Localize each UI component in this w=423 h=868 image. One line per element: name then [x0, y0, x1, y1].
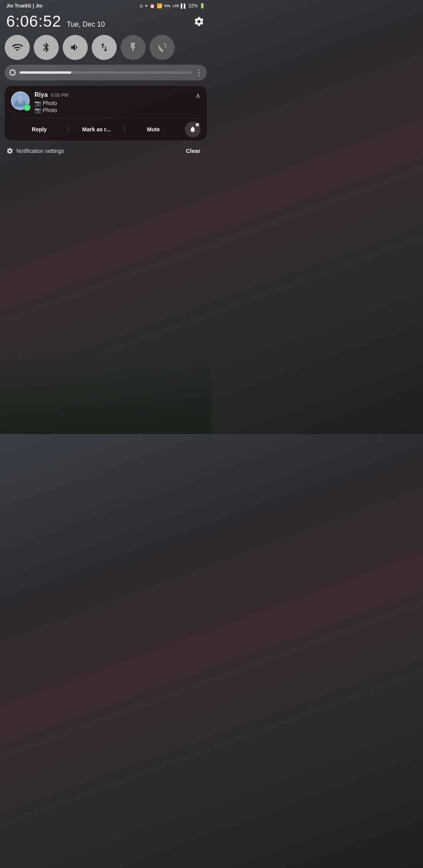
- battery-text: 32%: [188, 3, 198, 9]
- quick-toggles: [0, 35, 212, 65]
- notification-time: 6:06 PM: [51, 93, 69, 98]
- collapse-button[interactable]: ∧: [195, 91, 201, 100]
- notification-header: Riya 6:06 PM 📷 Photo 📷 Photo ∧: [11, 91, 201, 114]
- signal-icon: ▌▌: [181, 4, 187, 8]
- camera-icon-1: 📷: [34, 100, 41, 106]
- brightness-fill: [20, 71, 71, 74]
- battery-icon: 🔋: [199, 3, 205, 9]
- mark-read-button[interactable]: Mark as r...: [68, 121, 125, 138]
- location-icon: ⊙: [139, 4, 143, 9]
- lte-icon: LTE: [173, 4, 179, 8]
- brightness-icon: [9, 69, 16, 76]
- notification-actions: Reply Mark as r... Mute: [11, 118, 201, 140]
- rotation-lock-toggle[interactable]: [150, 35, 175, 60]
- notification-left: Riya 6:06 PM 📷 Photo 📷 Photo: [11, 91, 195, 114]
- clear-button[interactable]: Clear: [181, 146, 205, 156]
- svg-rect-4: [20, 96, 21, 100]
- wifi-toggle[interactable]: [5, 35, 30, 60]
- data-toggle[interactable]: [92, 35, 117, 60]
- notification-card: Riya 6:06 PM 📷 Photo 📷 Photo ∧ Reply Mar…: [5, 86, 207, 140]
- brightness-more-icon[interactable]: ⋮: [195, 68, 203, 77]
- brightness-track[interactable]: [20, 71, 192, 74]
- svg-rect-5: [15, 101, 17, 104]
- notification-settings-button[interactable]: Notification settings: [6, 147, 64, 154]
- svg-rect-6: [24, 101, 25, 104]
- torch-toggle[interactable]: [121, 35, 146, 60]
- bell-mute-button[interactable]: [185, 122, 201, 137]
- clock-date: Tue, Dec 10: [67, 20, 105, 29]
- notification-message-2: 📷 Photo: [34, 107, 195, 113]
- notification-name-row: Riya 6:06 PM: [34, 91, 195, 98]
- alarm-icon: ⏰: [150, 4, 155, 9]
- reply-button[interactable]: Reply: [11, 121, 68, 138]
- status-icons: ⊙ ✶ ⏰ 📶 VOL LTE ▌▌ 32% 🔋: [139, 3, 205, 9]
- bottom-gradient: [0, 356, 212, 434]
- clock-row: 6:06:52 Tue, Dec 10: [0, 10, 212, 35]
- brightness-bar[interactable]: ⋮: [5, 65, 207, 80]
- sound-toggle[interactable]: [63, 35, 88, 60]
- notification-sender: Riya: [34, 91, 48, 98]
- settings-gear-button[interactable]: [193, 15, 205, 28]
- volte-icon: VOL: [164, 4, 172, 8]
- avatar-wrapper: [11, 91, 30, 110]
- notification-content: Riya 6:06 PM 📷 Photo 📷 Photo: [34, 91, 195, 114]
- notification-settings-row: Notification settings Clear: [0, 144, 212, 159]
- bluetooth-toggle[interactable]: [34, 35, 59, 60]
- bluetooth-status-icon: ✶: [145, 4, 148, 9]
- wifi-status-icon: 📶: [157, 3, 163, 9]
- notification-message-1: 📷 Photo: [34, 100, 195, 106]
- carrier-text: Jio True5G | Jio: [6, 3, 43, 9]
- camera-icon-2: 📷: [34, 107, 41, 113]
- settings-icon: [6, 147, 13, 154]
- mute-button[interactable]: Mute: [125, 121, 182, 138]
- clock-time: 6:06:52: [6, 13, 61, 30]
- whatsapp-badge: [24, 104, 31, 111]
- status-bar: Jio True5G | Jio ⊙ ✶ ⏰ 📶 VOL LTE ▌▌ 32% …: [0, 0, 212, 10]
- notification-settings-label: Notification settings: [16, 148, 64, 154]
